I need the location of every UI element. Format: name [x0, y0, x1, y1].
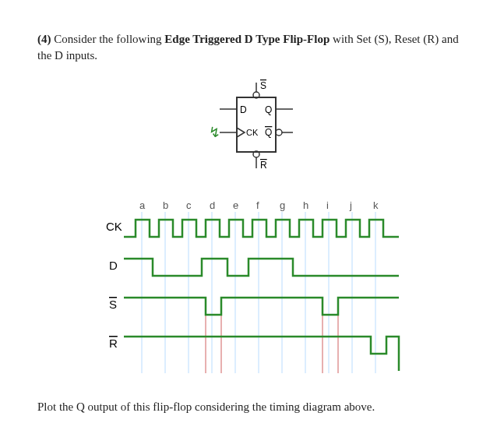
svg-text:j: j: [349, 199, 352, 211]
pin-ck-label: CK: [246, 128, 259, 137]
timing-svg: a b c d e f g h i j k: [89, 198, 416, 377]
flipflop-schematic: S R D CK ↯ Q Q: [37, 78, 467, 179]
question-text: (4) Consider the following Edge Triggere…: [37, 31, 467, 64]
pin-qbar-label: Q: [265, 127, 272, 138]
signal-d-label: D: [109, 259, 118, 272]
question-lead: Consider the following: [54, 33, 161, 45]
component-name: Edge Triggered D Type Flip-Flop: [164, 33, 330, 45]
svg-text:h: h: [303, 199, 308, 211]
svg-text:S: S: [109, 298, 117, 311]
instruction-text: Plot the Q output of this flip-flop cons…: [37, 399, 467, 415]
svg-text:b: b: [163, 199, 168, 211]
tick-labels: a b c d e f g h i j k: [139, 199, 379, 211]
signal-s-label: S: [109, 298, 117, 311]
svg-text:c: c: [186, 199, 192, 211]
svg-text:R: R: [109, 337, 118, 350]
edge-markers: [206, 307, 338, 373]
timing-diagram: a b c d e f g h i j k: [37, 198, 467, 377]
svg-text:f: f: [256, 199, 259, 211]
signal-r-label: R: [109, 337, 118, 350]
pin-s-label: S: [260, 80, 266, 91]
svg-text:i: i: [326, 199, 329, 211]
svg-text:e: e: [233, 199, 238, 211]
pin-q-label: Q: [265, 104, 272, 115]
pin-d-label: D: [240, 104, 247, 115]
svg-text:d: d: [210, 199, 215, 211]
question-number: (4): [37, 33, 51, 45]
svg-text:g: g: [280, 199, 285, 211]
svg-point-8: [276, 129, 282, 136]
svg-text:a: a: [139, 199, 146, 211]
pin-r-label: R: [260, 160, 267, 171]
edge-symbol: ↯: [209, 125, 220, 140]
signal-ck-label: CK: [106, 220, 122, 233]
schematic-svg: S R D CK ↯ Q Q: [182, 78, 322, 179]
svg-text:k: k: [373, 199, 379, 211]
